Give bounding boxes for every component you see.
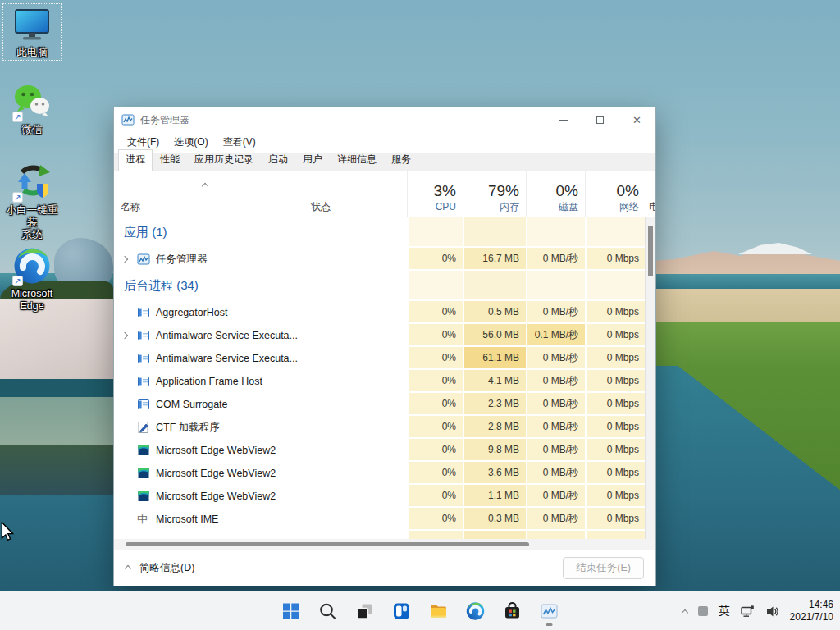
process-row[interactable]: COM Surrogate0%2.3 MB0 MB/秒0 Mbps xyxy=(114,393,655,416)
tab-users[interactable]: 用户 xyxy=(295,149,330,171)
store-button[interactable] xyxy=(497,595,528,628)
start-button[interactable] xyxy=(276,595,307,628)
disk-cell: 0 MB/秒 xyxy=(526,301,585,324)
process-row[interactable]: Application Frame Host0%4.1 MB0 MB/秒0 Mb… xyxy=(114,370,655,393)
volume-icon[interactable] xyxy=(765,605,779,619)
edge-webview-icon xyxy=(137,467,150,480)
details-toggle[interactable]: 简略信息(D) xyxy=(126,561,194,575)
desktop-icon-xiaobai-reinstall[interactable]: ↗ 小白一键重装系统 xyxy=(4,162,60,241)
cpu-cell: 0% xyxy=(407,301,463,324)
tab-services[interactable]: 服务 xyxy=(384,149,418,171)
file-explorer-button[interactable] xyxy=(423,595,454,628)
mem-cell: 56.0 MB xyxy=(463,324,526,347)
taskbar: 英 14:46 2021/7/10 xyxy=(0,591,840,630)
process-row[interactable]: CTF 加载程序0%2.8 MB0 MB/秒0 Mbps xyxy=(114,416,655,439)
edge-webview-icon xyxy=(137,444,150,457)
net-cell: 0 Mbps xyxy=(585,508,646,531)
net-cell: 0 Mbps xyxy=(585,439,646,462)
process-row[interactable]: Antimalware Service Executa...0%56.0 MB0… xyxy=(114,324,655,347)
widgets-button[interactable] xyxy=(386,595,418,628)
column-header-cpu[interactable]: 3% CPU xyxy=(407,171,463,217)
desktop-icon-wechat[interactable]: ↗ 微信 xyxy=(4,82,60,136)
cpu-cell: 0% xyxy=(407,439,463,462)
network-icon[interactable] xyxy=(741,605,755,619)
status-cell xyxy=(304,347,407,370)
tray-app-icon[interactable] xyxy=(698,606,708,616)
ime-indicator[interactable]: 英 xyxy=(719,604,730,619)
process-row[interactable]: Microsoft Edge WebView20%1.1 MB0 MB/秒0 M… xyxy=(114,485,655,508)
taskbar-clock[interactable]: 14:46 2021/7/10 xyxy=(790,599,833,623)
name-cell: Antimalware Service Executa... xyxy=(114,347,304,370)
maximize-button[interactable] xyxy=(582,107,619,132)
disk-cell xyxy=(526,271,585,301)
close-button[interactable]: ✕ xyxy=(619,107,655,132)
mem-cell: 16.7 MB xyxy=(463,248,526,271)
process-row[interactable]: AggregatorHost0%0.5 MB0 MB/秒0 Mbps xyxy=(114,301,655,324)
desktop-icon-this-pc[interactable]: 此电脑 xyxy=(4,5,60,59)
disk-cell: 0 MB/秒 xyxy=(526,393,585,416)
expand-chevron-icon[interactable] xyxy=(122,333,137,338)
vertical-scrollbar[interactable] xyxy=(645,217,655,539)
status-cell xyxy=(304,393,407,416)
end-task-button[interactable]: 结束任务(E) xyxy=(563,557,644,579)
status-cell xyxy=(304,416,407,439)
app-window-icon xyxy=(137,398,150,411)
desktop-icon-label: 微信 xyxy=(4,124,60,136)
edge-button[interactable] xyxy=(460,595,491,628)
net-cell xyxy=(585,217,646,248)
disk-cell: 0 MB/秒 xyxy=(526,347,585,370)
horizontal-scrollbar[interactable] xyxy=(114,539,655,550)
tab-processes[interactable]: 进程 xyxy=(118,149,153,171)
app-window-icon xyxy=(137,306,150,319)
column-header-memory[interactable]: 79% 内存 xyxy=(463,171,526,217)
group-row[interactable]: 后台进程 (34) xyxy=(114,271,655,301)
tab-performance[interactable]: 性能 xyxy=(153,149,187,171)
column-header-name[interactable]: 名称 xyxy=(114,171,304,217)
partial-row xyxy=(114,531,655,539)
tab-startup[interactable]: 启动 xyxy=(261,149,295,171)
system-tray: 英 14:46 2021/7/10 xyxy=(682,591,833,630)
wallpaper-reflection-dark xyxy=(0,445,113,495)
tab-details[interactable]: 详细信息 xyxy=(330,149,384,171)
net-cell: 0 Mbps xyxy=(585,462,646,485)
show-hidden-icons-button[interactable] xyxy=(682,604,687,619)
vertical-scrollbar-thumb[interactable] xyxy=(648,226,653,276)
process-row[interactable]: Antimalware Service Executa...0%61.1 MB0… xyxy=(114,347,655,370)
status-cell xyxy=(304,370,407,393)
desktop-icon-label: 此电脑 xyxy=(4,47,60,59)
cpu-cell: 0% xyxy=(407,393,463,416)
minimize-button[interactable] xyxy=(545,107,582,132)
process-name: COM Surrogate xyxy=(156,399,228,410)
horizontal-scrollbar-thumb[interactable] xyxy=(126,542,529,546)
column-header-power[interactable]: 电 xyxy=(646,171,655,217)
process-row[interactable]: Microsoft Edge WebView20%3.6 MB0 MB/秒0 M… xyxy=(114,462,655,485)
process-row[interactable]: Microsoft Edge WebView20%9.8 MB0 MB/秒0 M… xyxy=(114,439,655,462)
cpu-total: 3% xyxy=(434,182,456,200)
desktop: 此电脑 ↗ 微信 ↗ xyxy=(0,0,840,630)
mem-cell: 9.8 MB xyxy=(463,439,526,462)
process-name: Microsoft Edge WebView2 xyxy=(156,445,276,456)
search-button[interactable] xyxy=(313,595,344,628)
group-row[interactable]: 应用 (1) xyxy=(114,217,655,248)
task-manager-icon xyxy=(137,253,150,266)
task-manager-taskbar-button[interactable] xyxy=(534,595,565,628)
titlebar[interactable]: 任务管理器 ✕ xyxy=(114,107,655,132)
column-header-disk[interactable]: 0% 磁盘 xyxy=(526,171,585,217)
mem-cell: 61.1 MB xyxy=(463,347,526,370)
desktop-icon-label: MicrosoftEdge xyxy=(4,288,60,313)
desktop-icon-edge[interactable]: ↗ MicrosoftEdge xyxy=(4,246,60,313)
mem-cell xyxy=(463,531,526,539)
cpu-cell: 0% xyxy=(407,248,463,271)
desktop-icon-label: 小白一键重装系统 xyxy=(4,204,60,241)
collapse-chevron-icon xyxy=(125,564,131,571)
column-header-status[interactable]: 状态 xyxy=(304,171,407,217)
name-cell: 任务管理器 xyxy=(114,248,304,271)
task-view-button[interactable] xyxy=(349,595,381,628)
tab-app-history[interactable]: 应用历史记录 xyxy=(187,149,261,171)
process-name: Antimalware Service Executa... xyxy=(156,330,298,341)
process-name: CTF 加载程序 xyxy=(156,421,220,435)
process-row[interactable]: 任务管理器0%16.7 MB0 MB/秒0 Mbps xyxy=(114,248,655,271)
expand-chevron-icon[interactable] xyxy=(122,257,137,262)
process-row[interactable]: 中Microsoft IME0%0.3 MB0 MB/秒0 Mbps xyxy=(114,508,655,531)
column-header-network[interactable]: 0% 网络 xyxy=(585,171,646,217)
